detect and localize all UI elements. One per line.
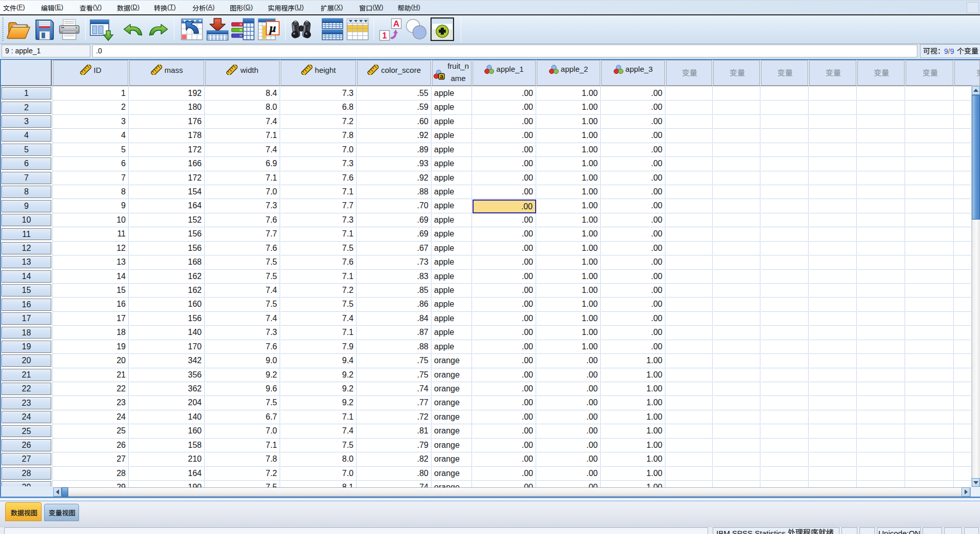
- svg-text:a: a: [440, 73, 443, 80]
- svg-text:1: 1: [382, 31, 387, 41]
- svg-text:A: A: [393, 19, 399, 29]
- svg-text:μ: μ: [269, 22, 276, 34]
